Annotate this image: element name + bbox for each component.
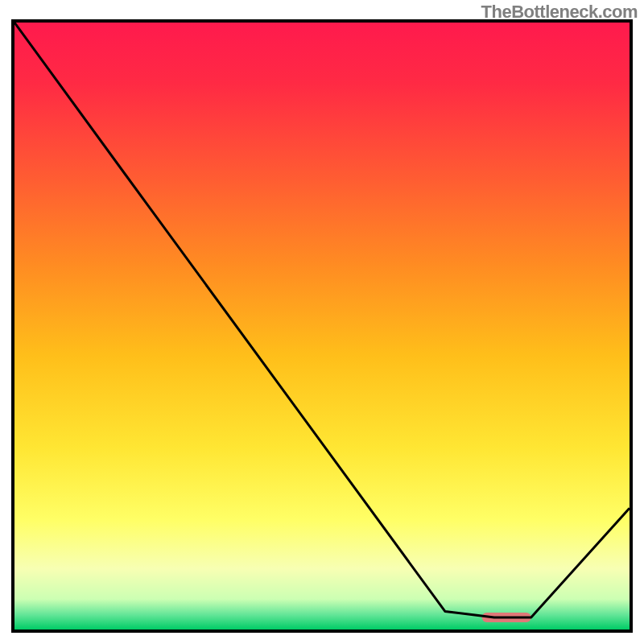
chart-frame (11, 19, 633, 633)
gradient-background (14, 23, 630, 630)
chart-svg (14, 23, 630, 630)
watermark-text: TheBottleneck.com (481, 2, 638, 23)
